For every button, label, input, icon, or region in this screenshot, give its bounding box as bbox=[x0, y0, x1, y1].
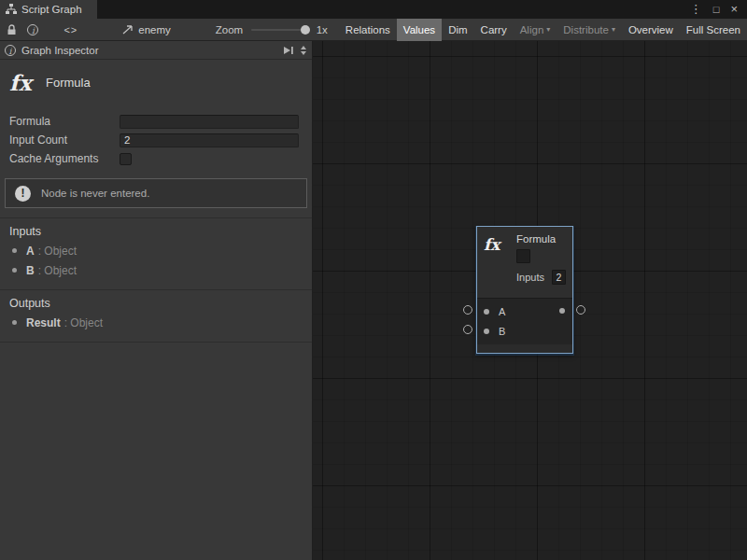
tab-label: Script Graph bbox=[21, 4, 82, 15]
code-view-button[interactable]: <> bbox=[63, 19, 78, 41]
warning-box: ! Node is never entered. bbox=[5, 178, 307, 208]
input-item-a: A : Object bbox=[0, 241, 312, 260]
warning-text: Node is never entered. bbox=[41, 188, 149, 199]
graph-name-label: enemy bbox=[138, 24, 171, 35]
graph-toolbar: i <> enemy Zoom 1x Relations Values Dim … bbox=[0, 19, 747, 41]
zoom-value: 1x bbox=[317, 24, 328, 35]
outputs-section-title: Outputs bbox=[0, 290, 312, 313]
inspector-fields: Formula Input Count Cache Arguments bbox=[0, 112, 312, 168]
inspector-title: Graph Inspector bbox=[21, 45, 98, 56]
dock-panel-button[interactable] bbox=[282, 46, 294, 55]
chevron-down-icon: ▾ bbox=[546, 25, 550, 34]
window-tab-bar: Script Graph ⋮ □ × bbox=[0, 0, 747, 19]
toolbar-buttons: Relations Values Dim Carry Align ▾ Distr… bbox=[339, 19, 747, 41]
zoom-slider-thumb[interactable] bbox=[301, 25, 310, 35]
output-item-result: Result : Object bbox=[0, 313, 312, 332]
port-dot-icon bbox=[12, 268, 17, 273]
port-a-label: A bbox=[499, 306, 505, 317]
lock-icon bbox=[7, 24, 17, 35]
formula-node-icon: fx bbox=[484, 232, 516, 285]
chevron-down-icon: ▾ bbox=[612, 25, 615, 34]
code-icon: <> bbox=[63, 24, 78, 35]
window-maximize-icon[interactable]: □ bbox=[713, 0, 720, 19]
info-icon: i bbox=[27, 24, 38, 35]
node-inputs-label: Inputs bbox=[516, 272, 544, 283]
formula-field-row: Formula bbox=[0, 112, 312, 131]
connection-ring-input-b[interactable] bbox=[463, 325, 472, 334]
port-b-label: B bbox=[499, 326, 505, 337]
window-menu-icon[interactable]: ⋮ bbox=[690, 0, 702, 19]
panel-scrubber[interactable] bbox=[301, 46, 306, 55]
cache-arguments-field-row: Cache Arguments bbox=[0, 149, 312, 168]
input-count-label: Input Count bbox=[9, 133, 120, 147]
output-port-icon[interactable] bbox=[559, 308, 565, 314]
values-button[interactable]: Values bbox=[397, 19, 442, 41]
relations-button[interactable]: Relations bbox=[339, 19, 397, 41]
dim-button[interactable]: Dim bbox=[442, 19, 473, 41]
dock-icon bbox=[282, 46, 294, 55]
node-inputs-row: Inputs 2 bbox=[516, 270, 567, 285]
connection-ring-output[interactable] bbox=[576, 305, 585, 315]
graph-canvas[interactable]: fx Formula Inputs 2 A B bbox=[313, 41, 747, 560]
node-footer bbox=[477, 344, 572, 353]
window-controls: ⋮ □ × bbox=[690, 0, 747, 19]
script-graph-icon bbox=[6, 4, 17, 15]
full-screen-button[interactable]: Full Screen bbox=[680, 19, 747, 41]
window-close-icon[interactable]: × bbox=[730, 0, 738, 19]
lock-button[interactable] bbox=[7, 19, 17, 41]
zoom-slider[interactable] bbox=[251, 19, 310, 41]
tab-script-graph[interactable]: Script Graph bbox=[0, 0, 97, 19]
input-port-a-icon[interactable] bbox=[484, 309, 489, 315]
formula-input[interactable] bbox=[120, 115, 299, 129]
input-count-field-row: Input Count bbox=[0, 131, 312, 149]
unit-title: Formula bbox=[46, 76, 91, 90]
input-port-b-icon[interactable] bbox=[484, 329, 489, 334]
overview-button[interactable]: Overview bbox=[622, 19, 680, 41]
node-input-count-field[interactable]: 2 bbox=[552, 270, 566, 285]
node-ports-section: A B bbox=[477, 298, 572, 344]
inspector-header: i Graph Inspector bbox=[0, 41, 312, 60]
section-divider bbox=[0, 342, 312, 343]
graph-reference-breadcrumb[interactable]: enemy bbox=[122, 24, 171, 35]
scrub-down-icon[interactable] bbox=[301, 51, 306, 55]
cache-arguments-checkbox[interactable] bbox=[120, 153, 132, 165]
graph-inspector-panel: i Graph Inspector fx Formula Formula Inp… bbox=[0, 41, 313, 560]
node-port-row-a[interactable]: A bbox=[477, 301, 572, 321]
info-icon: i bbox=[5, 45, 16, 56]
node-title: Formula bbox=[516, 233, 567, 245]
warning-icon: ! bbox=[15, 186, 31, 202]
inputs-section-title: Inputs bbox=[0, 218, 312, 241]
port-dot-icon bbox=[12, 248, 17, 253]
port-dot-icon bbox=[12, 320, 17, 325]
cache-arguments-label: Cache Arguments bbox=[9, 152, 120, 165]
input-item-b: B : Object bbox=[0, 260, 312, 280]
align-dropdown[interactable]: Align ▾ bbox=[514, 19, 557, 41]
zoom-label: Zoom bbox=[216, 24, 243, 35]
unit-header: fx Formula bbox=[0, 60, 312, 105]
inspector-toggle-button[interactable]: i bbox=[27, 19, 38, 41]
input-count-input[interactable] bbox=[120, 133, 299, 147]
graph-pointer-icon bbox=[122, 24, 134, 35]
connection-ring-input-a[interactable] bbox=[463, 305, 472, 315]
formula-field-label: Formula bbox=[9, 115, 120, 128]
node-header: fx Formula Inputs 2 bbox=[477, 227, 572, 285]
formula-unit-icon: fx bbox=[9, 70, 43, 95]
distribute-dropdown[interactable]: Distribute ▾ bbox=[557, 19, 622, 41]
formula-node[interactable]: fx Formula Inputs 2 A B bbox=[476, 226, 573, 354]
node-port-row-b[interactable]: B bbox=[477, 321, 572, 341]
scrub-up-icon[interactable] bbox=[301, 46, 306, 49]
carry-button[interactable]: Carry bbox=[474, 19, 514, 41]
node-formula-input[interactable] bbox=[516, 249, 530, 263]
